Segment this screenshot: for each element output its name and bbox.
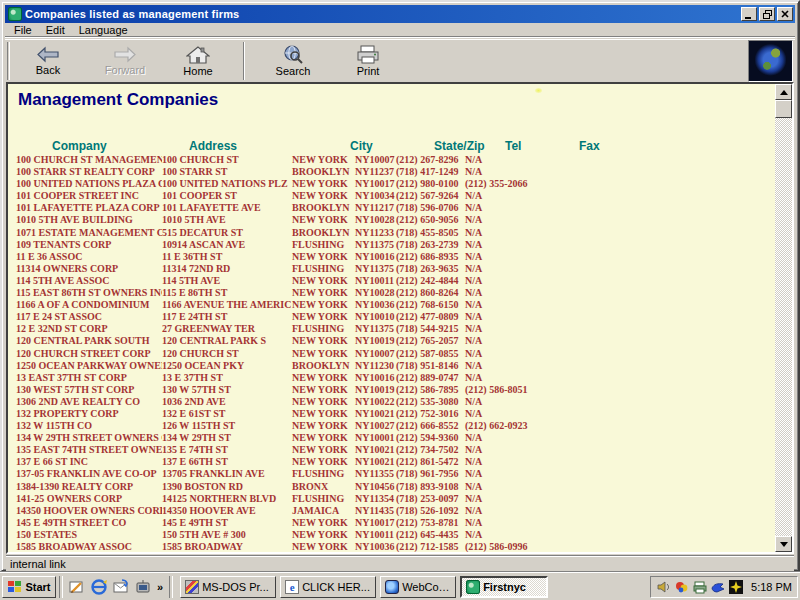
minimize-button[interactable] — [741, 7, 757, 21]
quicklaunch-overflow-chevron[interactable]: » — [157, 581, 163, 593]
show-desktop-icon[interactable] — [68, 578, 86, 596]
scroll-up-button[interactable] — [775, 84, 792, 100]
cell-address: 13 E 37TH ST — [162, 372, 291, 384]
cell-fax: N/A — [465, 287, 482, 299]
volume-icon[interactable] — [656, 579, 671, 594]
menu-language[interactable]: Language — [72, 24, 135, 36]
table-row: 1071 ESTATE MANAGEMENT CO515 DECATUR STB… — [8, 227, 775, 239]
menu-edit[interactable]: Edit — [39, 24, 72, 36]
menu-file[interactable]: File — [7, 24, 39, 36]
restore-button[interactable] — [759, 7, 775, 21]
status-bar: internal link — [6, 555, 794, 571]
home-icon — [186, 46, 210, 64]
cell-fax: N/A — [465, 275, 482, 287]
cell-statezip: NY11375 — [355, 263, 394, 275]
company-table: 100 CHURCH ST MANAGEMENT CORP100 CHURCH … — [8, 154, 775, 552]
cell-tel: (212) 650-9056 — [396, 214, 459, 226]
cell-address: 100 UNITED NATIONS PLZ — [162, 178, 291, 190]
cell-city: NEW YORK — [292, 299, 348, 311]
table-row: 1384-1390 REALTY CORP1390 BOSTON RDBRONX… — [8, 481, 775, 493]
app-icon — [8, 7, 22, 21]
print-queue-icon[interactable] — [692, 579, 707, 594]
toolbar-handle — [7, 42, 10, 80]
cell-statezip: NY10021 — [355, 408, 394, 420]
globe-animation — [748, 40, 793, 82]
outlook-express-icon[interactable] — [112, 578, 130, 596]
cell-tel: (212) 753-8781 — [396, 517, 459, 529]
cell-company: 101 LAFAYETTE PLAZA CORP — [16, 202, 162, 214]
cell-statezip: NY11230 — [355, 360, 394, 372]
cell-city: NEW YORK — [292, 444, 348, 456]
cell-city: NEW YORK — [292, 529, 348, 541]
cell-fax: N/A — [465, 396, 482, 408]
cell-fax: N/A — [465, 323, 482, 335]
internet-explorer-icon[interactable] — [90, 578, 108, 596]
cell-address: 1036 2ND AVE — [162, 396, 291, 408]
window-title: Companies listed as management firms — [25, 8, 239, 20]
vertical-scrollbar[interactable] — [775, 84, 792, 552]
search-button[interactable]: Search — [258, 40, 328, 82]
start-button[interactable]: Start — [2, 576, 56, 598]
cell-address: 14125 NORTHERN BLVD — [162, 493, 291, 505]
arrow-down-icon — [780, 542, 788, 547]
table-row: 114 5TH AVE ASSOC114 5TH AVENEW YORKNY10… — [8, 275, 775, 287]
task-button-msdos[interactable]: MS-DOS Pr... — [180, 576, 276, 598]
cell-company: 12 E 32ND ST CORP — [16, 323, 162, 335]
back-button[interactable]: Back — [13, 40, 83, 82]
display-settings-icon[interactable] — [674, 579, 689, 594]
home-button[interactable]: Home — [163, 40, 233, 82]
cell-tel: (718) 596-0706 — [396, 202, 459, 214]
cell-address: 1250 OCEAN PKY — [162, 360, 291, 372]
task-button-webcopier[interactable]: WebCopier -... — [380, 576, 456, 598]
cell-city: BROOKLYN — [292, 227, 349, 239]
cell-city: FLUSHING — [292, 239, 344, 251]
channels-icon[interactable] — [134, 578, 152, 596]
task-button-click-here[interactable]: e CLICK HER... — [280, 576, 376, 598]
scroll-down-button[interactable] — [775, 536, 792, 552]
close-button[interactable] — [777, 7, 793, 21]
windows-logo-icon — [7, 580, 22, 593]
print-button[interactable]: Print — [333, 40, 403, 82]
cell-company: 141-25 OWNERS CORP — [16, 493, 162, 505]
cell-tel: (212) 594-9360 — [396, 432, 459, 444]
menubar: File Edit Language — [5, 23, 795, 37]
forward-arrow-icon — [112, 46, 138, 63]
cell-company: 11 E 36 ASSOC — [16, 251, 162, 263]
cell-company: 145 E 49TH STREET CO — [16, 517, 162, 529]
scrollbar-thumb[interactable] — [775, 100, 792, 118]
cell-company: 1384-1390 REALTY CORP — [16, 481, 162, 493]
cell-tel: (212) 734-7502 — [396, 444, 459, 456]
taskbar-divider — [59, 576, 63, 598]
minimize-icon — [745, 10, 753, 19]
table-row: 141-25 OWNERS CORP14125 NORTHERN BLVDFLU… — [8, 493, 775, 505]
table-row: 1010 5TH AVE BUILDING1010 5TH AVENEW YOR… — [8, 214, 775, 226]
cell-city: NEW YORK — [292, 275, 348, 287]
cell-company: 11314 OWNERS CORP — [16, 263, 162, 275]
download-manager-icon[interactable] — [710, 579, 725, 594]
forward-button[interactable]: Forward — [90, 40, 160, 82]
cell-statezip: NY10019 — [355, 335, 394, 347]
cell-statezip: NY11237 — [355, 166, 394, 178]
cell-city: BRONX — [292, 481, 328, 493]
cell-company: 1010 5TH AVE BUILDING — [16, 214, 162, 226]
table-row: 1585 BROADWAY ASSOC1585 BROADWAYNEW YORK… — [8, 541, 775, 552]
cell-statezip: NY10010 — [355, 311, 394, 323]
cell-company: 14350 HOOVER OWNERS CORP — [16, 505, 162, 517]
cell-city: NEW YORK — [292, 190, 348, 202]
cell-statezip: NY11375 — [355, 239, 394, 251]
cell-address: 150 5TH AVE # 300 — [162, 529, 291, 541]
cell-tel: (212) 645-4435 — [396, 529, 459, 541]
scheduler-star-icon[interactable] — [728, 579, 743, 594]
cell-fax: N/A — [465, 166, 482, 178]
titlebar: Companies listed as management firms — [5, 5, 795, 23]
bullet-dot — [535, 88, 542, 93]
desktop: Companies listed as management firms — [0, 0, 800, 600]
table-row: 120 CENTRAL PARK SOUTH120 CENTRAL PARK S… — [8, 335, 775, 347]
cell-statezip: NY11375 — [355, 323, 394, 335]
cell-city: JAMAICA — [292, 505, 339, 517]
cell-tel: (212) 712-1585 — [396, 541, 459, 552]
task-button-firstnyc[interactable]: Firstnyc — [460, 576, 548, 598]
cell-statezip: NY10016 — [355, 372, 394, 384]
cell-address: 11314 72ND RD — [162, 263, 291, 275]
taskbar: Start — [0, 572, 800, 600]
